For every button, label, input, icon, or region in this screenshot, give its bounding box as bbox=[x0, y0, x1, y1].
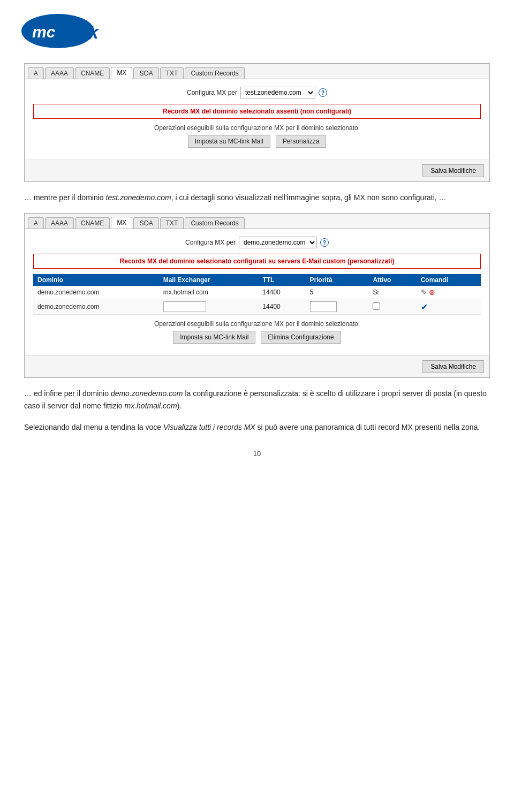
page-container: mc link A AAAA CNAME MX SOA TXT Custom R… bbox=[0, 0, 514, 812]
th-priorita: Priorità bbox=[306, 274, 369, 286]
text2-end: ). bbox=[177, 401, 182, 410]
th-dominio: Dominio bbox=[33, 274, 159, 286]
body-text-1: … mentre per il dominio test.zonedemo.co… bbox=[24, 192, 490, 203]
save-button-2[interactable]: Salva Modifiche bbox=[422, 360, 484, 373]
tabs-row-1: A AAAA CNAME MX SOA TXT Custom Records bbox=[25, 64, 489, 79]
tab-txt-2[interactable]: TXT bbox=[160, 217, 184, 229]
th-comandi: Comandi bbox=[417, 274, 481, 286]
text1-domain: test.zonedemo.com bbox=[106, 193, 171, 202]
td-priorita-2 bbox=[306, 299, 369, 315]
logo-area: mc link bbox=[21, 11, 493, 50]
help-icon-2[interactable]: ? bbox=[320, 238, 329, 247]
btn-imposta-1[interactable]: Imposta su MC-link Mail bbox=[188, 135, 270, 148]
text3-italic: Visualizza tutti i records MX bbox=[163, 423, 255, 431]
table-row: demo.zonedemo.com mx.hotmail.com 14400 5… bbox=[33, 286, 481, 299]
btn-personalizza-1[interactable]: Personalizza bbox=[276, 135, 327, 148]
save-row-1: Salva Modifiche bbox=[25, 160, 489, 181]
priorita-input-2[interactable] bbox=[310, 301, 337, 312]
btn-elimina-2[interactable]: Elimina Configurazione bbox=[261, 331, 341, 344]
ops-buttons-1: Imposta su MC-link Mail Personalizza bbox=[33, 135, 481, 148]
th-ttl: TTL bbox=[258, 274, 305, 286]
tab-cname-1[interactable]: CNAME bbox=[75, 67, 110, 79]
tab-a-1[interactable]: A bbox=[28, 67, 44, 79]
svg-text:mc: mc bbox=[32, 23, 56, 41]
th-mail-exchanger: Mail Exchanger bbox=[159, 274, 259, 286]
text1-after: , i cui dettagli sono visualizzati nell'… bbox=[171, 193, 447, 202]
page-number: 10 bbox=[21, 450, 493, 458]
tab-mx-1[interactable]: MX bbox=[111, 67, 132, 79]
tab-custom-records-2[interactable]: Custom Records bbox=[185, 217, 244, 229]
mx-input-2[interactable] bbox=[163, 301, 206, 312]
ops-label-2: Operazioni eseguibili sulla configurazio… bbox=[33, 320, 481, 328]
alert-2: Records MX del dominio selezionato confi… bbox=[33, 254, 481, 269]
edit-icon-1[interactable]: ✎ bbox=[421, 288, 427, 297]
help-icon-1[interactable]: ? bbox=[319, 88, 327, 97]
panel-2: A AAAA CNAME MX SOA TXT Custom Records C… bbox=[24, 213, 490, 378]
td-attivo-1: Si bbox=[368, 286, 416, 299]
td-comandi-1: ✎ ⊗ bbox=[417, 286, 481, 299]
logo-svg: mc link bbox=[21, 11, 128, 48]
tab-aaaa-2[interactable]: AAAA bbox=[45, 217, 74, 229]
ops-label-1: Operazioni eseguibili sulla configurazio… bbox=[33, 124, 481, 132]
text2-server: mx.hotmail.com bbox=[125, 401, 177, 410]
form-label-2: Configura MX per bbox=[185, 239, 236, 246]
tab-soa-1[interactable]: SOA bbox=[133, 67, 158, 79]
td-dominio-2: demo.zonedemo.com bbox=[33, 299, 159, 315]
table-row: demo.zonedemo.com 14400 ✔ bbox=[33, 299, 481, 315]
ops-buttons-2: Imposta su MC-link Mail Elimina Configur… bbox=[33, 331, 481, 344]
attivo-checkbox-2[interactable] bbox=[373, 302, 380, 310]
td-ttl-2: 14400 bbox=[258, 299, 305, 315]
mx-table: Dominio Mail Exchanger TTL Priorità Atti… bbox=[33, 274, 481, 315]
tabs-row-2: A AAAA CNAME MX SOA TXT Custom Records bbox=[25, 214, 489, 229]
text2-before: … ed infine per il dominio bbox=[24, 389, 111, 398]
tab-mx-2[interactable]: MX bbox=[111, 217, 132, 229]
tab-a-2[interactable]: A bbox=[28, 217, 44, 229]
text2-domain: demo.zonedemo.com bbox=[111, 389, 183, 398]
save-row-2: Salva Modifiche bbox=[25, 355, 489, 377]
form-label-1: Configura MX per bbox=[187, 89, 237, 96]
tab-cname-2[interactable]: CNAME bbox=[75, 217, 110, 229]
domain-select-1[interactable]: test.zonedemo.com bbox=[240, 87, 315, 98]
save-button-1[interactable]: Salva Modifiche bbox=[422, 164, 484, 177]
td-dominio-1: demo.zonedemo.com bbox=[33, 286, 159, 299]
panel-body-1: Configura MX per test.zonedemo.com ? Rec… bbox=[25, 79, 489, 160]
text3-end: si può avere una panoramica di tutti rec… bbox=[255, 423, 480, 431]
td-priorita-1: 5 bbox=[306, 286, 369, 299]
domain-select-2[interactable]: demo.zonedemo.com bbox=[239, 237, 317, 248]
body-text-3: Selezionando dal menu a tendina la voce … bbox=[24, 421, 490, 433]
body-text-2: … ed infine per il dominio demo.zonedemo… bbox=[24, 388, 490, 412]
panel-1: A AAAA CNAME MX SOA TXT Custom Records C… bbox=[24, 63, 490, 182]
tab-aaaa-1[interactable]: AAAA bbox=[45, 67, 74, 79]
alert-1: Records MX del dominio selezionato assen… bbox=[33, 104, 481, 119]
td-mx-1: mx.hotmail.com bbox=[159, 286, 259, 299]
tab-custom-records-1[interactable]: Custom Records bbox=[185, 67, 244, 79]
form-row-1: Configura MX per test.zonedemo.com ? bbox=[33, 87, 481, 98]
td-mx-2 bbox=[159, 299, 259, 315]
td-attivo-2 bbox=[368, 299, 416, 315]
text3-before: Selezionando dal menu a tendina la voce bbox=[24, 423, 163, 431]
td-ttl-1: 14400 bbox=[258, 286, 305, 299]
th-attivo: Attivo bbox=[368, 274, 416, 286]
panel-body-2: Configura MX per demo.zonedemo.com ? Rec… bbox=[25, 229, 489, 355]
delete-icon-1[interactable]: ⊗ bbox=[429, 288, 435, 297]
tab-soa-2[interactable]: SOA bbox=[133, 217, 158, 229]
td-comandi-2: ✔ bbox=[417, 299, 481, 315]
svg-text:link: link bbox=[67, 22, 100, 42]
form-row-2: Configura MX per demo.zonedemo.com ? bbox=[33, 237, 481, 248]
text1-before: … mentre per il dominio bbox=[24, 193, 106, 202]
tab-txt-1[interactable]: TXT bbox=[160, 67, 184, 79]
btn-imposta-2[interactable]: Imposta su MC-link Mail bbox=[173, 331, 255, 344]
action-icons-1: ✎ ⊗ bbox=[421, 288, 477, 297]
confirm-icon-2[interactable]: ✔ bbox=[421, 302, 428, 312]
